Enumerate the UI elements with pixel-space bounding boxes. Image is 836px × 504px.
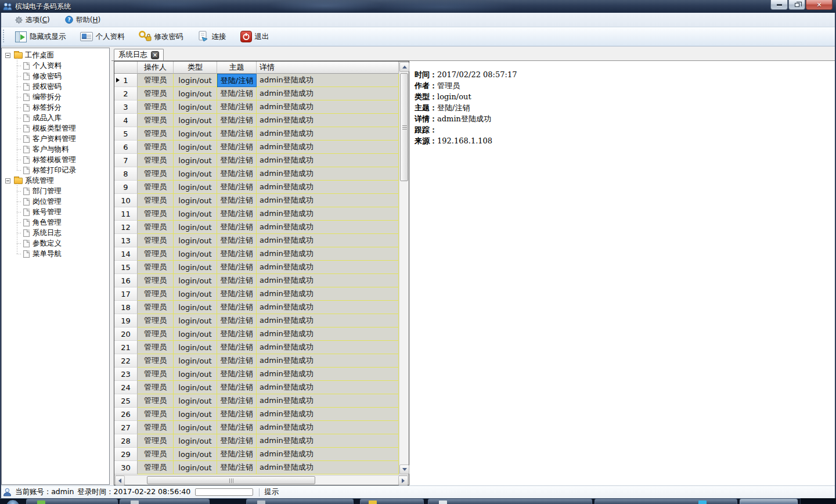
row-header[interactable]: 14 [114, 247, 138, 261]
cell-subject[interactable]: 登陆/注销 [217, 247, 257, 261]
tree-group-system[interactable]: 系统管理 [2, 175, 109, 186]
start-button[interactable] [6, 499, 20, 504]
cell-type[interactable]: login/out [174, 207, 217, 221]
row-header[interactable]: 1 [114, 74, 138, 87]
cell-detail[interactable]: admin登陆成功 [257, 87, 399, 100]
cell-operator[interactable]: 管理员 [138, 100, 174, 114]
cell-operator[interactable]: 管理员 [138, 261, 174, 274]
cell-operator[interactable]: 管理员 [138, 354, 174, 368]
cell-detail[interactable]: admin登陆成功 [257, 421, 399, 434]
cell-subject[interactable]: 登陆/注销 [217, 261, 257, 274]
taskbar-button[interactable] [360, 499, 424, 504]
col-header-type[interactable]: 类型 [174, 62, 217, 74]
toggle-panel-button[interactable]: 隐藏或显示 [10, 29, 71, 44]
cell-type[interactable]: login/out [174, 461, 217, 474]
tree-group-workspace[interactable]: 工作桌面 [2, 50, 109, 60]
cell-detail[interactable]: admin登陆成功 [257, 434, 399, 448]
row-header[interactable]: 2 [114, 87, 138, 100]
cell-detail[interactable]: admin登陆成功 [257, 154, 399, 167]
cell-type[interactable]: login/out [174, 100, 217, 114]
row-header[interactable]: 9 [114, 181, 138, 194]
table-row[interactable]: 10管理员login/out登陆/注销admin登陆成功 [114, 194, 399, 207]
cell-type[interactable]: login/out [174, 274, 217, 287]
menu-options[interactable]: 选项(C) [12, 14, 53, 26]
cell-operator[interactable]: 管理员 [138, 408, 174, 421]
tree-item[interactable]: 客户与物料 [2, 144, 109, 154]
table-row[interactable]: 13管理员login/out登陆/注销admin登陆成功 [114, 234, 399, 247]
taskbar-button[interactable] [26, 499, 118, 504]
table-row[interactable]: 22管理员login/out登陆/注销admin登陆成功 [114, 354, 399, 368]
col-header-subject[interactable]: 主题 [217, 62, 257, 74]
cell-type[interactable]: login/out [174, 408, 217, 421]
row-header[interactable]: 3 [114, 100, 138, 114]
cell-type[interactable]: login/out [174, 368, 217, 381]
cell-detail[interactable]: admin登陆成功 [257, 461, 399, 474]
table-row[interactable]: 17管理员login/out登陆/注销admin登陆成功 [114, 287, 399, 301]
cell-type[interactable]: login/out [174, 114, 217, 127]
cell-subject[interactable]: 登陆/注销 [217, 167, 257, 181]
cell-type[interactable]: login/out [174, 167, 217, 181]
cell-subject[interactable]: 登陆/注销 [217, 114, 257, 127]
minimize-button[interactable] [770, 0, 788, 10]
change-password-button[interactable]: 修改密码 [134, 29, 189, 44]
cell-type[interactable]: login/out [174, 74, 217, 87]
cell-operator[interactable]: 管理员 [138, 74, 174, 87]
row-header[interactable]: 22 [114, 354, 138, 368]
row-header[interactable]: 21 [114, 341, 138, 354]
table-row[interactable]: 9管理员login/out登陆/注销admin登陆成功 [114, 181, 399, 194]
cell-operator[interactable]: 管理员 [138, 234, 174, 247]
row-header[interactable]: 19 [114, 314, 138, 327]
cell-type[interactable]: login/out [174, 301, 217, 314]
cell-subject[interactable]: 登陆/注销 [217, 394, 257, 408]
cell-detail[interactable]: admin登陆成功 [257, 448, 399, 461]
row-header[interactable]: 10 [114, 194, 138, 207]
cell-subject[interactable]: 登陆/注销 [217, 74, 257, 87]
cell-detail[interactable]: admin登陆成功 [257, 167, 399, 181]
tree-item[interactable]: 客户资料管理 [2, 134, 109, 144]
cell-subject[interactable]: 登陆/注销 [217, 127, 257, 141]
cell-detail[interactable]: admin登陆成功 [257, 274, 399, 287]
cell-type[interactable]: login/out [174, 381, 217, 394]
table-row[interactable]: 28管理员login/out登陆/注销admin登陆成功 [114, 434, 399, 448]
cell-detail[interactable]: admin登陆成功 [257, 354, 399, 368]
cell-operator[interactable]: 管理员 [138, 167, 174, 181]
table-row[interactable]: 19管理员login/out登陆/注销admin登陆成功 [114, 314, 399, 327]
cell-operator[interactable]: 管理员 [138, 341, 174, 354]
scroll-up-button[interactable] [399, 62, 409, 72]
tree-item[interactable]: 个人资料 [2, 60, 109, 71]
cell-operator[interactable]: 管理员 [138, 394, 174, 408]
cell-detail[interactable]: admin登陆成功 [257, 341, 399, 354]
close-button[interactable]: ✕ [806, 0, 833, 10]
table-row[interactable]: 4管理员login/out登陆/注销admin登陆成功 [114, 114, 399, 127]
cell-type[interactable]: login/out [174, 127, 217, 141]
tree-item[interactable]: 参数定义 [2, 238, 109, 249]
tree-item[interactable]: 角色管理 [2, 217, 109, 228]
tree-item[interactable]: 授权密码 [2, 81, 109, 92]
tree-item[interactable]: 部门管理 [2, 186, 109, 196]
row-header[interactable]: 13 [114, 234, 138, 247]
row-header[interactable]: 11 [114, 207, 138, 221]
taskbar-button[interactable] [246, 499, 354, 504]
row-header[interactable]: 26 [114, 408, 138, 421]
cell-type[interactable]: login/out [174, 234, 217, 247]
table-row[interactable]: 14管理员login/out登陆/注销admin登陆成功 [114, 247, 399, 261]
table-row[interactable]: 1管理员login/out登陆/注销admin登陆成功 [114, 74, 399, 87]
tree-item[interactable]: 系统日志 [2, 228, 109, 238]
cell-type[interactable]: login/out [174, 261, 217, 274]
col-header-operator[interactable]: 操作人 [138, 62, 174, 74]
cell-subject[interactable]: 登陆/注销 [217, 141, 257, 154]
table-row[interactable]: 30管理员login/out登陆/注销admin登陆成功 [114, 461, 399, 474]
cell-subject[interactable]: 登陆/注销 [217, 368, 257, 381]
cell-detail[interactable]: admin登陆成功 [257, 234, 399, 247]
vertical-scrollbar[interactable] [399, 62, 409, 475]
cell-subject[interactable]: 登陆/注销 [217, 408, 257, 421]
cell-type[interactable]: login/out [174, 194, 217, 207]
col-header-detail[interactable]: 详情 [257, 62, 399, 74]
tree-item[interactable]: 编带拆分 [2, 92, 109, 102]
cell-subject[interactable]: 登陆/注销 [217, 301, 257, 314]
profile-button[interactable]: 个人资料 [75, 29, 130, 44]
table-row[interactable]: 15管理员login/out登陆/注销admin登陆成功 [114, 261, 399, 274]
tree-item[interactable]: 成品入库 [2, 113, 109, 123]
cell-operator[interactable]: 管理员 [138, 114, 174, 127]
row-header[interactable]: 17 [114, 287, 138, 301]
